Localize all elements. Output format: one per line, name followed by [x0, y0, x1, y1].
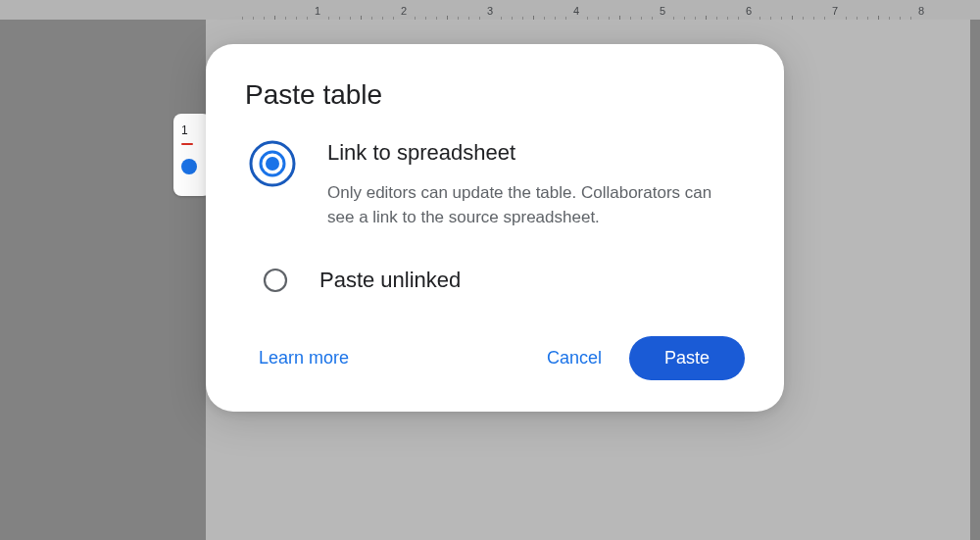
dialog-actions: Learn more Cancel Paste — [245, 336, 745, 380]
paste-button[interactable]: Paste — [629, 336, 745, 380]
learn-more-link[interactable]: Learn more — [259, 348, 519, 368]
radio-selected-icon[interactable] — [249, 140, 296, 191]
option-link-label: Link to spreadsheet — [327, 138, 739, 169]
option-unlinked-label: Paste unlinked — [319, 266, 461, 296]
option-link-description: Only editors can update the table. Colla… — [327, 180, 739, 230]
radio-unselected-icon[interactable] — [263, 268, 288, 297]
paste-table-dialog: Paste table Link to spreadsheet Only edi… — [206, 44, 784, 412]
cancel-button[interactable]: Cancel — [527, 338, 621, 378]
option-link-to-spreadsheet[interactable]: Link to spreadsheet Only editors can upd… — [245, 138, 745, 230]
svg-point-2 — [266, 157, 279, 171]
option-paste-unlinked[interactable]: Paste unlinked — [245, 266, 745, 297]
dialog-title: Paste table — [245, 79, 745, 111]
svg-point-3 — [265, 270, 286, 291]
